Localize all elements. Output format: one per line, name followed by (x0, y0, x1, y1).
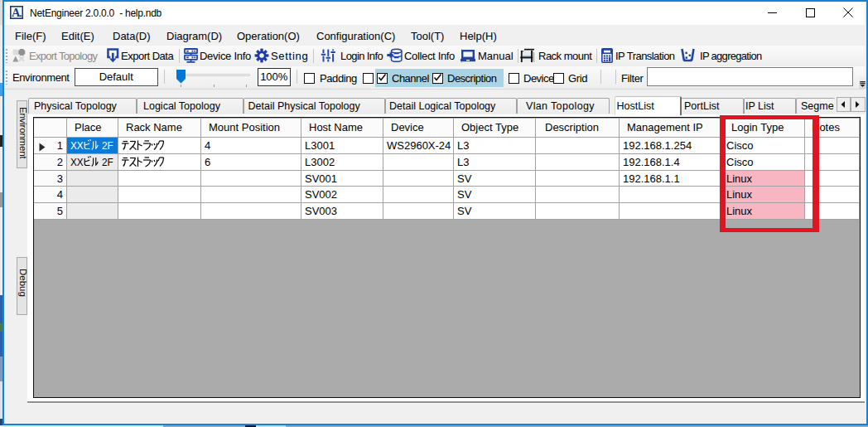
svg-text:A: A (12, 6, 21, 19)
